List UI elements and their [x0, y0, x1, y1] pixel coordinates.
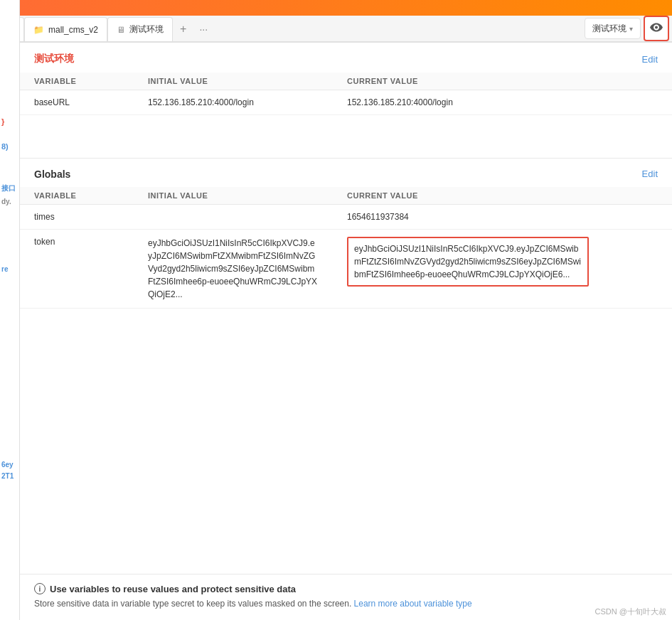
table-row: baseURL 152.136.185.210:4000/login 152.1… [20, 90, 672, 115]
var-current-times: 1654611937384 [333, 204, 672, 229]
spacer-row-2 [20, 308, 672, 351]
var-initial-baseurl: 152.136.185.210:4000/login [134, 90, 333, 115]
globals-table: VARIABLE INITIAL VALUE CURRENT VALUE tim… [20, 187, 672, 351]
tab-test-env[interactable]: 🖥 测试环境 [107, 17, 173, 41]
section-globals: Globals Edit VARIABLE INITIAL VALUE CURR… [20, 159, 672, 351]
left-label-3: 接口 [1, 183, 16, 193]
col-header-variable-2: VARIABLE [20, 187, 134, 205]
section-globals-title: Globals [34, 169, 70, 180]
left-label-6: 6ey [1, 461, 14, 469]
left-label-5: re [1, 265, 8, 273]
table-row-token: token eyJhbGciOiJSUzI1NiIsInR5cCI6IkpXVC… [20, 229, 672, 308]
left-label-4: dy. [1, 198, 11, 205]
monitor-icon: 🖥 [117, 25, 125, 35]
tab-mall-cms-label: mall_cms_v2 [48, 25, 98, 35]
var-name-token: token [20, 229, 134, 308]
var-current-token: eyJhbGciOiJSUzI1NiIsInR5cCI6IkpXVCJ9.eyJ… [333, 229, 672, 308]
spacer-row-1 [20, 115, 672, 158]
left-label-7: 2T1 [1, 472, 14, 480]
info-icon: i [34, 583, 46, 594]
col-header-initial-1: INITIAL VALUE [134, 73, 333, 90]
var-name-times: times [20, 204, 134, 229]
token-current-value: eyJhbGciOiJSUzI1NiIsInR5cCI6IkpXVCJ9.eyJ… [347, 237, 589, 287]
left-label-2: 8) [1, 142, 9, 151]
learn-more-link[interactable]: Learn more about variable type [354, 599, 472, 609]
chevron-down-icon: ▾ [629, 25, 633, 33]
eye-button[interactable] [644, 16, 669, 41]
var-initial-times [134, 204, 333, 229]
info-title: i Use variables to reuse values and prot… [34, 583, 658, 594]
section-test-env-title: 测试环境 [34, 53, 74, 65]
var-initial-token: eyJhbGciOiJSUzI1NiIsInR5cCI6IkpXVCJ9.eyJ… [134, 229, 333, 308]
folder-icon: 📁 [33, 25, 44, 35]
section-test-env: 测试环境 Edit VARIABLE INITIAL VALUE CURRENT… [20, 43, 672, 159]
col-header-current-2: CURRENT VALUE [333, 187, 672, 205]
col-header-initial-2: INITIAL VALUE [134, 187, 333, 205]
info-body-text: Store sensitive data in variable type se… [34, 599, 354, 609]
tab-bar: 📁 mall_cms_v2 🖥 测试环境 + ··· 测试环境 ▾ [0, 16, 672, 43]
section-test-env-edit-button[interactable]: Edit [642, 54, 658, 65]
tab-mall-cms[interactable]: 📁 mall_cms_v2 [24, 17, 107, 41]
info-bar: i Use variables to reuse values and prot… [20, 574, 672, 620]
section-globals-header: Globals Edit [20, 159, 672, 187]
table-row: times 1654611937384 [20, 204, 672, 229]
var-current-baseurl: 152.136.185.210:4000/login [333, 90, 672, 115]
info-body: Store sensitive data in variable type se… [34, 597, 658, 610]
more-tabs-button[interactable]: ··· [193, 17, 213, 41]
tab-bar-right: 测试环境 ▾ [585, 16, 672, 41]
test-env-table: VARIABLE INITIAL VALUE CURRENT VALUE bas… [20, 73, 672, 158]
tab-test-env-label: 测试环境 [129, 23, 164, 36]
section-globals-edit-button[interactable]: Edit [642, 169, 658, 179]
env-selector-dropdown[interactable]: 测试环境 ▾ [585, 18, 641, 39]
left-label-1: } [1, 117, 4, 126]
section-test-env-header: 测试环境 Edit [20, 43, 672, 73]
col-header-variable-1: VARIABLE [20, 73, 134, 90]
col-header-current-1: CURRENT VALUE [333, 73, 672, 90]
watermark: CSDN @十旬叶大叔 [595, 606, 666, 617]
left-sidebar: } 8) 接口 dy. re 6ey 2T1 [0, 0, 20, 620]
add-tab-button[interactable]: + [173, 17, 193, 41]
env-selector-label: 测试环境 [592, 23, 626, 35]
eye-icon [650, 22, 663, 35]
top-bar [0, 0, 672, 16]
info-title-text: Use variables to reuse values and protec… [50, 584, 296, 594]
main-panel: 测试环境 Edit VARIABLE INITIAL VALUE CURRENT… [20, 43, 672, 620]
var-name-baseurl: baseURL [20, 90, 134, 115]
